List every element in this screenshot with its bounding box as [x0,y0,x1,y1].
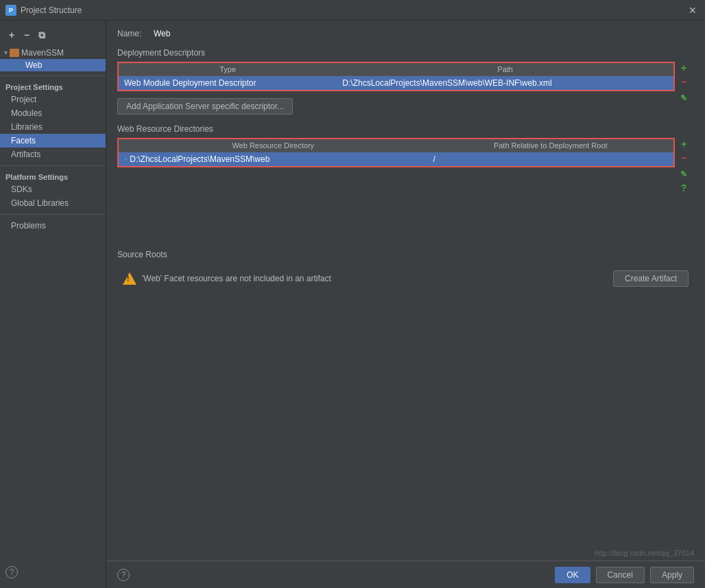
remove-facet-button[interactable]: − [21,29,33,41]
web-resource-table-wrapper: Web Resource Directory Path Relative to … [117,138,675,167]
table-row[interactable]: Web Module Deployment Descriptor D:\Zhcs… [119,76,673,91]
ok-button[interactable]: OK [555,567,590,583]
web-resource-table: Web Resource Directory Path Relative to … [119,139,673,166]
libraries-label: Libraries [11,122,43,132]
cell-path-rel: / [428,152,674,167]
cell-type: Web Module Deployment Descriptor [119,76,337,91]
sidebar-item-modules[interactable]: Modules [0,106,106,120]
apply-button[interactable]: Apply [650,567,694,583]
warning-bar: 'Web' Facet resources are not included i… [117,266,694,291]
tree-child-label: Web [25,60,42,70]
sidebar-item-global-libraries[interactable]: Global Libraries [0,196,106,210]
facets-label: Facets [11,136,36,145]
source-roots-heading: Source Roots [117,250,694,259]
edit-web-resource-button[interactable]: ✎ [678,168,690,180]
sidebar-help-icon[interactable]: ? [5,566,18,578]
facets-tree: ▼ MavenSSM Web [0,47,106,71]
tree-root-label: MavenSSM [21,48,64,58]
title-bar-left: P Project Structure [5,5,82,16]
sidebar-item-facets[interactable]: Facets [0,134,106,148]
deployment-descriptors-heading: Deployment Descriptors [117,48,694,58]
bottom-bar: ? OK Cancel Apply [106,561,705,588]
project-settings-label: Project Settings [0,80,106,93]
table-row[interactable]: ▪D:\ZhcsLocalProjects\MavenSSM\web / [119,152,673,167]
add-descriptor-row-button[interactable]: + [678,62,690,74]
remove-web-resource-button[interactable]: − [678,152,690,164]
warning-icon [123,272,136,285]
main-layout: + − ⧉ ▼ MavenSSM Web Project Settings Pr… [0,21,705,588]
col-path: Path [337,63,673,76]
sidebar-item-artifacts[interactable]: Artifacts [0,148,106,161]
web-icon [14,61,23,69]
watermark: http://blog.csdn.net/qq_37014 [595,549,694,557]
edit-descriptor-row-button[interactable]: ✎ [678,92,690,104]
remove-descriptor-row-button[interactable]: − [678,75,690,88]
sidebar-item-sdks[interactable]: SDKs [0,183,106,196]
bottom-help-icon[interactable]: ? [117,569,130,581]
web-resource-directories-heading: Web Resource Directories [117,124,694,134]
title-bar-icon: P [5,5,16,16]
sidebar-toolbar: + − ⧉ [0,26,106,47]
add-descriptor-button[interactable]: Add Application Server specific descript… [117,98,293,115]
project-label: Project [11,95,36,104]
platform-settings-label: Platform Settings [0,170,106,183]
col-web-resource-dir: Web Resource Directory [119,139,428,152]
col-path-relative: Path Relative to Deployment Root [428,139,674,152]
add-web-resource-button[interactable]: + [678,138,690,150]
artifacts-label: Artifacts [11,150,40,159]
cell-path: D:\ZhcsLocalProjects\MavenSSM\web\WEB-IN… [337,76,673,91]
copy-facet-button[interactable]: ⧉ [36,29,48,41]
modules-label: Modules [11,108,42,118]
separator-1 [0,75,106,76]
sidebar: + − ⧉ ▼ MavenSSM Web Project Settings Pr… [0,21,106,588]
cancel-button[interactable]: Cancel [596,567,645,583]
name-label: Name: [117,29,148,38]
content-area: Name: Web Deployment Descriptors Type Pa… [106,21,705,588]
tree-root-row[interactable]: ▼ MavenSSM [0,47,106,59]
tree-child-row[interactable]: Web [0,59,106,71]
global-libraries-label: Global Libraries [11,198,69,208]
separator-2 [0,165,106,166]
help-web-resource-button[interactable]: ? [678,182,690,194]
warning-triangle-icon [123,272,136,285]
folder-icon [10,49,19,57]
close-button[interactable]: ✕ [686,5,700,16]
tree-arrow: ▼ [3,49,10,56]
add-facet-button[interactable]: + [5,29,18,41]
sidebar-item-project[interactable]: Project [0,93,106,106]
sidebar-item-libraries[interactable]: Libraries [0,120,106,134]
name-value: Web [154,29,170,38]
separator-3 [0,214,106,215]
create-artifact-button[interactable]: Create Artifact [613,270,689,287]
col-type: Type [119,63,337,76]
deployment-descriptors-table: Type Path Web Module Deployment Descript… [119,63,673,90]
cell-dir: ▪D:\ZhcsLocalProjects\MavenSSM\web [119,152,428,167]
name-row: Name: Web [117,29,694,38]
problems-label: Problems [11,221,46,231]
sdks-label: SDKs [11,185,32,194]
deployment-descriptors-table-wrapper: Type Path Web Module Deployment Descript… [117,62,675,91]
title-bar-title: Project Structure [21,5,82,15]
sidebar-item-problems[interactable]: Problems [0,219,106,233]
title-bar: P Project Structure ✕ [0,0,705,21]
web-resource-table-side-btns: + − ✎ ? [678,138,690,194]
deployment-table-side-btns: + − ✎ [678,62,690,104]
warning-text: 'Web' Facet resources are not included i… [142,274,331,283]
